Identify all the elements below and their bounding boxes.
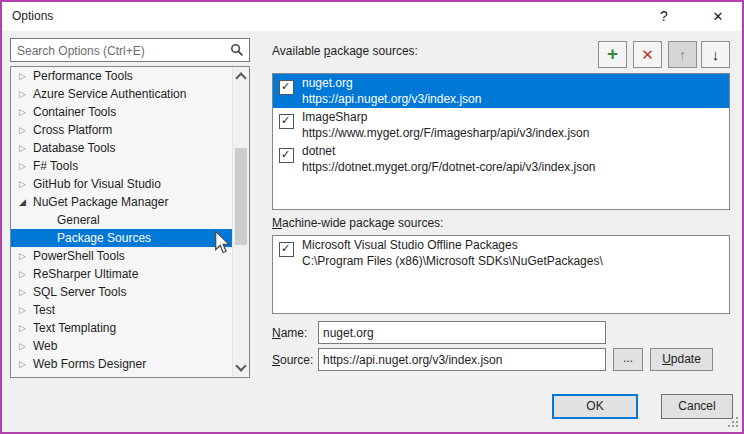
remove-x-icon: ✕ [641,46,654,63]
chevron-collapsed-icon[interactable] [19,265,33,283]
scrollbar-thumb[interactable] [235,148,247,245]
tree-item-powershell-tools[interactable]: PowerShell Tools [11,247,232,265]
move-up-button[interactable]: ↑ [668,41,697,68]
options-tree: Performance Tools Azure Service Authenti… [10,66,250,378]
chevron-collapsed-icon[interactable] [19,337,33,355]
resize-grip-icon[interactable] [728,417,738,427]
search-input[interactable] [15,40,227,62]
title-bar: Options ? ✕ [2,2,742,31]
tree-item-web-performance-test-tools[interactable]: Web Performance Test Tools [11,373,232,378]
tree-item-container-tools[interactable]: Container Tools [11,103,232,121]
name-label: Name: [272,326,307,340]
available-sources-label: Available package sources: [272,44,418,58]
chevron-collapsed-icon[interactable] [19,103,33,121]
arrow-up-icon: ↑ [679,46,687,63]
tree-item-nuget-package-manager[interactable]: NuGet Package Manager [11,193,232,211]
source-name: dotnet [302,143,596,159]
source-row-imagesharp[interactable]: ImageSharphttps://www.myget.org/F/images… [273,108,729,142]
tree-item-sql-server-tools[interactable]: SQL Server Tools [11,283,232,301]
plus-icon: + [607,43,618,64]
chevron-collapsed-icon[interactable] [19,319,33,337]
source-name: Microsoft Visual Studio Offline Packages [302,237,603,253]
help-button[interactable]: ? [648,2,680,31]
checkbox-checked-icon[interactable] [279,114,294,129]
source-name: nuget.org [302,75,481,91]
source-label: Source: [272,353,313,367]
browse-button[interactable]: ... [613,348,643,371]
chevron-collapsed-icon[interactable] [19,121,33,139]
tree-scrollbar[interactable] [232,67,249,377]
chevron-collapsed-icon[interactable] [19,373,33,378]
arrow-down-icon: ↓ [712,46,720,63]
checkbox-checked-icon[interactable] [279,148,294,163]
tree-item-general[interactable]: General [11,211,232,229]
options-dialog: Options ? ✕ Performance Tools Azure Serv… [0,0,744,434]
tree-item-performance-tools[interactable]: Performance Tools [11,67,232,85]
chevron-collapsed-icon[interactable] [19,67,33,85]
tree-rows: Performance Tools Azure Service Authenti… [11,67,232,378]
move-down-button[interactable]: ↓ [701,41,730,68]
chevron-collapsed-icon[interactable] [19,157,33,175]
checkbox-checked-icon[interactable] [279,242,294,257]
tree-item-package-sources[interactable]: Package Sources [11,229,232,247]
chevron-collapsed-icon[interactable] [19,175,33,193]
source-row-vs-offline-packages[interactable]: Microsoft Visual Studio Offline Packages… [273,236,729,270]
source-field[interactable] [318,348,606,371]
update-button[interactable]: Update [650,348,713,371]
machine-wide-sources-label: Machine-wide package sources: [272,216,443,230]
remove-source-button[interactable]: ✕ [633,41,662,68]
source-path: C:\Program Files (x86)\Microsoft SDKs\Nu… [302,253,603,269]
tree-item-text-templating[interactable]: Text Templating [11,319,232,337]
close-button[interactable]: ✕ [702,2,734,31]
scroll-up-icon[interactable] [235,72,246,83]
source-url: https://api.nuget.org/v3/index.json [302,91,481,107]
tree-item-web[interactable]: Web [11,337,232,355]
source-row-dotnet[interactable]: dotnethttps://dotnet.myget.org/F/dotnet-… [273,142,729,176]
chevron-collapsed-icon[interactable] [19,283,33,301]
source-url: https://dotnet.myget.org/F/dotnet-core/a… [302,159,596,175]
source-row-nuget-org[interactable]: nuget.orghttps://api.nuget.org/v3/index.… [273,74,729,108]
tree-item-resharper-ultimate[interactable]: ReSharper Ultimate [11,265,232,283]
chevron-expanded-icon[interactable] [19,193,33,211]
tree-item-github-for-visual-studio[interactable]: GitHub for Visual Studio [11,175,232,193]
dialog-title: Options [12,2,53,31]
ok-button[interactable]: OK [552,394,638,419]
search-box [10,38,250,62]
chevron-collapsed-icon[interactable] [19,355,33,373]
chevron-collapsed-icon[interactable] [19,247,33,265]
cancel-button[interactable]: Cancel [661,394,733,419]
checkbox-checked-icon[interactable] [279,80,294,95]
machine-wide-sources-list: Microsoft Visual Studio Offline Packages… [272,235,730,314]
chevron-collapsed-icon[interactable] [19,301,33,319]
tree-item-cross-platform[interactable]: Cross Platform [11,121,232,139]
search-icon [230,43,244,57]
available-sources-list: nuget.orghttps://api.nuget.org/v3/index.… [272,73,730,210]
scroll-down-icon[interactable] [235,360,246,371]
source-name: ImageSharp [302,109,589,125]
tree-item-web-forms-designer[interactable]: Web Forms Designer [11,355,232,373]
chevron-collapsed-icon[interactable] [19,139,33,157]
source-url: https://www.myget.org/F/imagesharp/api/v… [302,125,589,141]
tree-item-fsharp-tools[interactable]: F# Tools [11,157,232,175]
name-field[interactable] [318,321,606,344]
tree-item-test[interactable]: Test [11,301,232,319]
tree-item-azure-service-authentication[interactable]: Azure Service Authentication [11,85,232,103]
chevron-collapsed-icon[interactable] [19,85,33,103]
add-source-button[interactable]: + [598,41,627,68]
tree-item-database-tools[interactable]: Database Tools [11,139,232,157]
